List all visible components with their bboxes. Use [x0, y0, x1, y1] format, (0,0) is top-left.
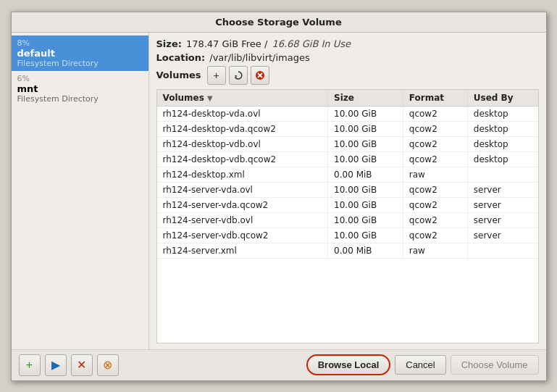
volume-size: 10.00 GiB	[328, 151, 403, 167]
volume-size: 10.00 GiB	[328, 197, 403, 212]
size-label: Size:	[156, 38, 182, 49]
delete-icon	[255, 70, 265, 80]
table-row[interactable]: rh124-desktop-vda.qcow2 10.00 GiB qcow2 …	[157, 121, 538, 136]
refresh-icon	[233, 70, 243, 80]
volume-size: 0.00 MiB	[328, 243, 403, 258]
volume-used-by	[467, 167, 537, 182]
col-size[interactable]: Size	[328, 90, 403, 107]
delete-pool-button[interactable]: ⊗	[97, 354, 119, 376]
volume-name: rh124-server-vdb.qcow2	[157, 228, 328, 243]
volumes-toolbar: Volumes +	[156, 66, 539, 85]
volume-format: raw	[403, 243, 467, 258]
volume-size: 10.00 GiB	[328, 106, 403, 121]
refresh-volumes-button[interactable]	[229, 66, 248, 85]
pool-controls: + ▶ ✕ ⊗	[19, 354, 119, 376]
size-inuse-value: 16.68 GiB In Use	[272, 38, 351, 49]
add-volume-button[interactable]: +	[207, 66, 226, 85]
sidebar-item-mnt[interactable]: 6% mnt Filesystem Directory	[12, 71, 148, 107]
location-label: Location:	[156, 52, 206, 63]
location-value: /var/lib/libvirt/images	[209, 52, 310, 63]
volume-format: qcow2	[403, 151, 467, 167]
item-type: Filesystem Directory	[17, 94, 143, 104]
item-name: mnt	[17, 83, 143, 94]
table-row[interactable]: rh124-desktop-vdb.qcow2 10.00 GiB qcow2 …	[157, 151, 538, 167]
volume-format: qcow2	[403, 106, 467, 121]
table-row[interactable]: rh124-server-vdb.ovl 10.00 GiB qcow2 ser…	[157, 212, 538, 228]
col-volumes[interactable]: Volumes ▼	[157, 90, 328, 107]
item-usage: 8%	[17, 38, 143, 48]
volume-used-by: desktop	[467, 151, 537, 167]
volume-name: rh124-desktop.xml	[157, 167, 328, 182]
volume-name: rh124-desktop-vda.qcow2	[157, 121, 328, 136]
volume-used-by	[467, 243, 537, 258]
volume-format: qcow2	[403, 182, 467, 197]
storage-pool-sidebar: 8% default Filesystem Directory 6% mnt F…	[12, 33, 149, 349]
sidebar-item-default[interactable]: 8% default Filesystem Directory	[12, 36, 148, 71]
volume-name: rh124-server-vdb.ovl	[157, 212, 328, 228]
volume-format: qcow2	[403, 228, 467, 243]
col-used-by[interactable]: Used By	[467, 90, 537, 107]
main-panel: Size: 178.47 GiB Free / 16.68 GiB In Use…	[149, 33, 546, 349]
volume-used-by: desktop	[467, 136, 537, 151]
item-usage: 6%	[17, 74, 143, 83]
cancel-button[interactable]: Cancel	[395, 355, 445, 375]
dialog-body: 8% default Filesystem Directory 6% mnt F…	[12, 33, 546, 349]
item-type: Filesystem Directory	[17, 59, 143, 68]
delete-volume-button[interactable]	[251, 66, 269, 85]
add-pool-button[interactable]: +	[19, 354, 41, 376]
dialog-title: Choose Storage Volume	[12, 12, 546, 33]
volume-name: rh124-desktop-vdb.qcow2	[157, 151, 328, 167]
volume-name: rh124-desktop-vda.ovl	[157, 106, 328, 121]
volumes-table: Volumes ▼ Size Format Used By rh124-desk…	[156, 89, 539, 343]
volume-size: 10.00 GiB	[328, 136, 403, 151]
choose-storage-volume-dialog: Choose Storage Volume 8% default Filesys…	[11, 12, 547, 381]
volume-size: 10.00 GiB	[328, 121, 403, 136]
volume-used-by: desktop	[467, 121, 537, 136]
volume-size: 0.00 MiB	[328, 167, 403, 182]
bottom-bar: + ▶ ✕ ⊗ Browse Local Cancel Choose Volum…	[12, 349, 546, 380]
volume-format: qcow2	[403, 197, 467, 212]
sort-arrow-icon: ▼	[207, 94, 213, 102]
table-row[interactable]: rh124-server-vda.qcow2 10.00 GiB qcow2 s…	[157, 197, 538, 212]
item-name: default	[17, 48, 143, 59]
location-info-row: Location: /var/lib/libvirt/images	[156, 52, 539, 63]
volume-size: 10.00 GiB	[328, 228, 403, 243]
volume-size: 10.00 GiB	[328, 182, 403, 197]
table-row[interactable]: rh124-desktop-vdb.ovl 10.00 GiB qcow2 de…	[157, 136, 538, 151]
volume-name: rh124-server.xml	[157, 243, 328, 258]
volume-format: qcow2	[403, 136, 467, 151]
volume-used-by: server	[467, 228, 537, 243]
choose-volume-button[interactable]: Choose Volume	[451, 355, 539, 375]
volume-size: 10.00 GiB	[328, 212, 403, 228]
stop-pool-button[interactable]: ✕	[71, 354, 93, 376]
size-free-value: 178.47 GiB Free /	[186, 38, 267, 49]
table-row[interactable]: rh124-desktop-vda.ovl 10.00 GiB qcow2 de…	[157, 106, 538, 121]
dialog-actions: Browse Local Cancel Choose Volume	[306, 354, 539, 375]
volume-name: rh124-server-vda.ovl	[157, 182, 328, 197]
col-format[interactable]: Format	[403, 90, 467, 107]
table-row[interactable]: rh124-server.xml 0.00 MiB raw	[157, 243, 538, 258]
volume-format: qcow2	[403, 212, 467, 228]
table-row[interactable]: rh124-server-vdb.qcow2 10.00 GiB qcow2 s…	[157, 228, 538, 243]
table-row[interactable]: rh124-server-vda.ovl 10.00 GiB qcow2 ser…	[157, 182, 538, 197]
volume-name: rh124-desktop-vdb.ovl	[157, 136, 328, 151]
volume-used-by: desktop	[467, 106, 537, 121]
volumes-toolbar-label: Volumes	[156, 70, 201, 80]
volume-format: raw	[403, 167, 467, 182]
volume-used-by: server	[467, 182, 537, 197]
size-info-row: Size: 178.47 GiB Free / 16.68 GiB In Use	[156, 38, 539, 49]
start-pool-button[interactable]: ▶	[45, 354, 67, 376]
table-row[interactable]: rh124-desktop.xml 0.00 MiB raw	[157, 167, 538, 182]
browse-local-button[interactable]: Browse Local	[306, 354, 391, 375]
volume-name: rh124-server-vda.qcow2	[157, 197, 328, 212]
volume-format: qcow2	[403, 121, 467, 136]
volume-used-by: server	[467, 212, 537, 228]
volume-used-by: server	[467, 197, 537, 212]
